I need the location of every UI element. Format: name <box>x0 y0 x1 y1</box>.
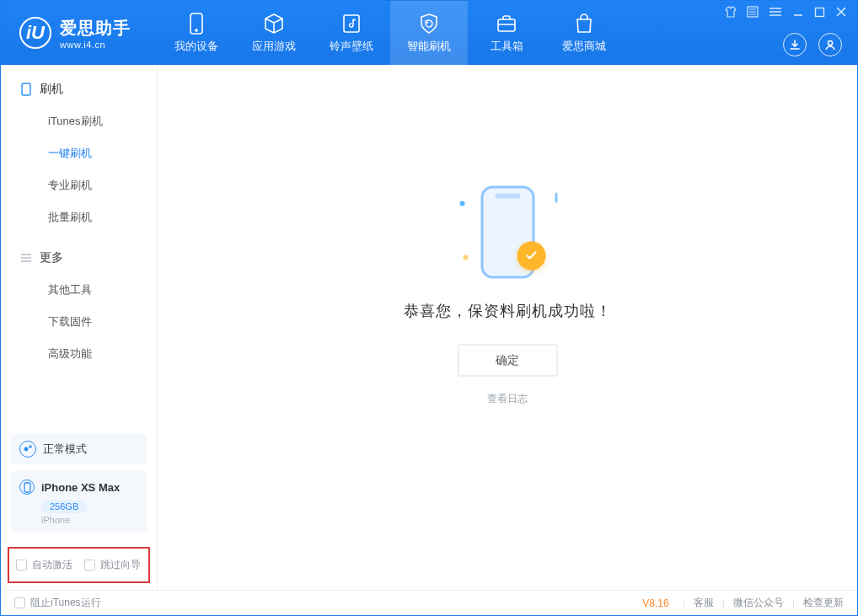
tab-ringtones-wallpaper[interactable]: 铃声壁纸 <box>313 1 390 65</box>
close-button[interactable] <box>835 6 847 21</box>
user-button[interactable] <box>818 33 842 56</box>
tab-store[interactable]: 爱思商城 <box>545 1 623 65</box>
svg-rect-5 <box>816 8 824 17</box>
tab-label: 我的设备 <box>174 39 218 54</box>
window-controls <box>725 6 847 21</box>
sidebar-item-onekey-flash[interactable]: 一键刷机 <box>1 137 157 169</box>
device-icon <box>19 83 33 96</box>
block-itunes-checkbox[interactable]: 阻止iTunes运行 <box>14 596 101 610</box>
status-link-update[interactable]: 检查更新 <box>803 596 844 610</box>
group-label: 刷机 <box>40 82 63 97</box>
sidebar-group-flash: 刷机 <box>1 73 157 105</box>
sidebar-item-batch-flash[interactable]: 批量刷机 <box>1 201 157 233</box>
tab-label: 应用游戏 <box>252 39 296 54</box>
download-button[interactable] <box>783 33 807 56</box>
tab-my-device[interactable]: 我的设备 <box>158 1 235 65</box>
sidebar-item-pro-flash[interactable]: 专业刷机 <box>1 169 157 201</box>
maximize-button[interactable] <box>814 6 825 21</box>
success-illustration <box>461 186 554 279</box>
more-icon <box>19 251 33 265</box>
titlebar: iU 爱思助手 www.i4.cn 我的设备 应用游戏 <box>1 1 857 65</box>
statusbar: 阻止iTunes运行 V8.16 | 客服 | 微信公众号 | 检查更新 <box>1 590 857 615</box>
mode-card[interactable]: 正常模式 <box>11 434 147 464</box>
mode-label: 正常模式 <box>43 442 87 457</box>
tab-label: 铃声壁纸 <box>330 39 373 54</box>
phone-small-icon <box>19 479 35 495</box>
device-card[interactable]: iPhone XS Max 256GB iPhone <box>11 471 147 532</box>
svg-rect-7 <box>22 83 30 95</box>
checkbox-label: 阻止iTunes运行 <box>30 596 101 610</box>
status-link-support[interactable]: 客服 <box>694 596 714 610</box>
sidebar-item-other-tools[interactable]: 其他工具 <box>1 274 157 306</box>
svg-rect-3 <box>498 19 515 31</box>
tab-label: 智能刷机 <box>407 39 451 54</box>
main-panel: 恭喜您，保资料刷机成功啦！ 确定 查看日志 <box>158 65 857 590</box>
tab-apps-games[interactable]: 应用游戏 <box>235 1 313 65</box>
device-type: iPhone <box>41 515 138 525</box>
sidebar: 刷机 iTunes刷机 一键刷机 专业刷机 批量刷机 更多 其他工具 下载固件 … <box>1 65 158 590</box>
tab-smart-flash[interactable]: 智能刷机 <box>390 1 468 65</box>
group-label: 更多 <box>40 250 63 265</box>
sidebar-item-itunes-flash[interactable]: iTunes刷机 <box>1 105 157 137</box>
checkbox-label: 自动激活 <box>32 558 72 572</box>
shopping-bag-icon <box>573 13 595 35</box>
view-log-link[interactable]: 查看日志 <box>404 392 612 406</box>
auto-activate-checkbox[interactable]: 自动激活 <box>16 558 72 572</box>
app-logo: iU 爱思助手 www.i4.cn <box>1 17 146 50</box>
sidebar-item-advanced[interactable]: 高级功能 <box>1 338 157 370</box>
phone-icon <box>185 13 207 35</box>
version-label: V8.16 <box>642 597 668 609</box>
storage-badge: 256GB <box>41 500 87 513</box>
app-window: iU 爱思助手 www.i4.cn 我的设备 应用游戏 <box>0 0 858 616</box>
briefcase-icon <box>496 13 517 35</box>
app-site: www.i4.cn <box>60 40 131 50</box>
shirt-icon[interactable] <box>725 6 737 21</box>
tab-toolbox[interactable]: 工具箱 <box>468 1 545 65</box>
main-tabs: 我的设备 应用游戏 铃声壁纸 智能刷机 <box>158 1 623 65</box>
highlighted-options: 自动激活 跳过向导 <box>8 547 150 583</box>
logo-icon: iU <box>19 17 51 49</box>
success-message: 恭喜您，保资料刷机成功啦！ <box>404 301 612 321</box>
svg-point-8 <box>24 447 29 452</box>
mode-icon <box>19 441 36 458</box>
tab-label: 爱思商城 <box>562 39 606 54</box>
cube-icon <box>263 13 285 35</box>
checkbox-icon <box>16 560 27 570</box>
device-name: iPhone XS Max <box>41 481 120 494</box>
list-icon[interactable] <box>747 6 759 21</box>
sidebar-group-more: 更多 <box>1 242 157 274</box>
sidebar-item-download-firmware[interactable]: 下载固件 <box>1 306 157 338</box>
checkbox-label: 跳过向导 <box>100 558 141 572</box>
body: 刷机 iTunes刷机 一键刷机 专业刷机 批量刷机 更多 其他工具 下载固件 … <box>1 65 857 590</box>
svg-point-1 <box>196 29 198 31</box>
svg-rect-10 <box>24 483 30 492</box>
check-icon <box>517 242 545 271</box>
app-title: 爱思助手 <box>60 17 131 40</box>
minimize-button[interactable] <box>792 6 804 21</box>
music-note-icon <box>341 13 362 35</box>
shield-refresh-icon <box>418 13 440 35</box>
ok-button[interactable]: 确定 <box>458 345 557 377</box>
status-link-wechat[interactable]: 微信公众号 <box>733 596 784 610</box>
checkbox-icon <box>84 560 95 570</box>
logo-letter: iU <box>26 22 45 44</box>
menu-icon[interactable] <box>769 6 782 21</box>
tab-label: 工具箱 <box>491 39 523 54</box>
skip-guide-checkbox[interactable]: 跳过向导 <box>84 558 141 572</box>
svg-point-6 <box>828 40 832 45</box>
svg-point-9 <box>29 446 31 447</box>
checkbox-icon <box>14 597 25 608</box>
